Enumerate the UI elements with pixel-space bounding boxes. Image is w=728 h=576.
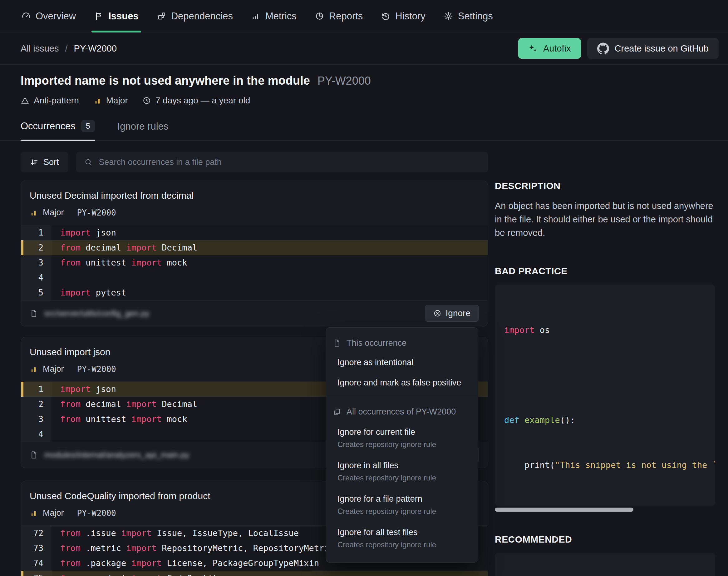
ignore-label: Ignore (446, 308, 471, 318)
nav-label: Reports (329, 10, 363, 22)
issue-code: PY-W2000 (317, 74, 371, 87)
search-icon (84, 158, 93, 167)
code-line (504, 368, 706, 383)
occurrence-footer: src/server/utils/config_gen.py Ignore (21, 300, 488, 326)
copy-pages-icon (333, 408, 341, 416)
menu-section-all-occurrences: All occurrences of PY-W2000 (326, 401, 478, 421)
code-line: print("This snippet is not using the ` (504, 458, 706, 472)
menu-divider (326, 397, 478, 397)
menu-item-subtitle: Creates repository ignore rule (337, 540, 470, 549)
header-actions: Autofix Create issue on GitHub (518, 38, 719, 59)
line-number: 3 (21, 255, 52, 270)
menu-item-ignore-intentional[interactable]: Ignore as intentional (326, 352, 478, 373)
nav-label: Settings (458, 10, 493, 22)
breadcrumb-current: PY-W2000 (74, 44, 117, 54)
gear-icon (444, 11, 453, 21)
menu-item-label: Ignore for all test files (337, 527, 470, 537)
tab-occurrences-label: Occurrences (21, 121, 75, 132)
bad-practice-code: import os def example(): print("This sni… (495, 285, 715, 506)
sort-button[interactable]: Sort (21, 152, 68, 172)
nav-item-settings[interactable]: Settings (444, 0, 493, 32)
breadcrumb-separator: / (65, 44, 68, 54)
sparkles-icon (528, 44, 538, 53)
breadcrumb-all-issues[interactable]: All issues (21, 44, 59, 54)
bad-practice-heading: BAD PRACTICE (495, 266, 715, 277)
tab-occurrences[interactable]: Occurrences 5 (21, 120, 95, 141)
clock-icon (142, 96, 151, 105)
occurrences-count-badge: 5 (81, 120, 95, 132)
occurrence-card: Unused Decimal imported from decimal Maj… (21, 180, 488, 326)
code-line: import os (504, 323, 706, 338)
code-line: 4 (21, 270, 488, 285)
menu-item-ignore-current-file[interactable]: Ignore for current file Creates reposito… (326, 421, 478, 455)
recommended-heading: RECOMMENDED (495, 534, 715, 545)
issue-title-row: Imported name is not used anywhere in th… (21, 74, 728, 87)
file-icon (333, 339, 341, 347)
code-line: 1import json (21, 225, 488, 240)
file-icon (30, 451, 38, 459)
issue-title: Imported name is not used anywhere in th… (21, 74, 310, 87)
severity-bars-icon (30, 509, 38, 517)
nav-item-reports[interactable]: Reports (315, 0, 363, 32)
menu-item-subtitle: Creates repository ignore rule (337, 440, 470, 449)
nav-label: Metrics (265, 10, 297, 22)
autofix-button[interactable]: Autofix (518, 38, 581, 59)
tab-ignore-rules-label: Ignore rules (117, 121, 169, 132)
nav-item-dependencies[interactable]: Dependencies (157, 0, 233, 32)
menu-item-ignore-file-pattern[interactable]: Ignore for a file pattern Creates reposi… (326, 488, 478, 521)
gauge-icon (21, 11, 31, 21)
horizontal-scrollbar[interactable] (495, 508, 633, 512)
nav-item-history[interactable]: History (381, 0, 425, 32)
history-clock-icon (381, 11, 391, 21)
ignore-button[interactable]: Ignore (425, 305, 479, 322)
circle-x-icon (433, 309, 442, 317)
occurrence-card-header: Unused Decimal imported from decimal Maj… (21, 181, 488, 225)
issue-detail-page: Overview Issues Dependencies Metrics Rep… (0, 0, 728, 576)
pie-chart-icon (315, 11, 324, 21)
menu-item-subtitle: Creates repository ignore rule (337, 507, 470, 516)
menu-item-ignore-all-files[interactable]: Ignore in all files Creates repository i… (326, 455, 478, 488)
create-issue-github-button[interactable]: Create issue on GitHub (587, 38, 719, 59)
search-input[interactable] (98, 157, 480, 167)
occurrence-meta: Major PY-W2000 (30, 208, 479, 218)
issue-severity: Major (93, 95, 128, 106)
line-number: 72 (21, 526, 52, 541)
sort-icon (30, 158, 38, 167)
line-number: 75 (21, 571, 52, 576)
occurrence-rule: PY-W2000 (77, 208, 116, 218)
line-number: 1 (21, 382, 52, 397)
code-line-highlighted: 75from .product import CodeQuality (21, 571, 488, 576)
nav-label: Dependencies (171, 10, 233, 22)
severity-bars-icon (30, 209, 38, 217)
menu-item-label: Ignore for a file pattern (337, 494, 470, 504)
issue-header: Imported name is not used anywhere in th… (0, 65, 728, 141)
nav-item-metrics[interactable]: Metrics (251, 0, 297, 32)
code-line: 5import pytest (21, 285, 488, 300)
modules-icon (157, 11, 166, 21)
severity-bars-icon (93, 96, 102, 105)
nav-item-overview[interactable]: Overview (21, 0, 76, 32)
line-code: from .product import CodeQuality (52, 571, 488, 576)
recommended-code: def example(): print("This looks good no… (495, 553, 715, 576)
tab-ignore-rules[interactable]: Ignore rules (117, 120, 169, 140)
occurrence-severity: Major (43, 208, 64, 218)
occurrence-rule: PY-W2000 (77, 509, 116, 518)
occurrences-toolbar: Sort (21, 152, 488, 172)
line-number: 2 (21, 240, 52, 255)
severity-bars-icon (30, 365, 38, 373)
top-nav: Overview Issues Dependencies Metrics Rep… (0, 0, 728, 32)
menu-item-subtitle: Creates repository ignore rule (337, 473, 470, 482)
occurrence-severity: Major (43, 508, 64, 518)
code-snippet: 1import json 2from decimal import Decima… (21, 225, 488, 300)
line-number: 2 (21, 397, 52, 412)
occurrence-title: Unused Decimal imported from decimal (30, 190, 479, 201)
code-line: 3from unittest import mock (21, 255, 488, 270)
menu-item-label: Ignore for current file (337, 427, 470, 437)
menu-item-ignore-test-files[interactable]: Ignore for all test files Creates reposi… (326, 521, 478, 555)
menu-item-ignore-false-positive[interactable]: Ignore and mark as false positive (326, 373, 478, 393)
line-code: from unittest import mock (52, 255, 488, 270)
breadcrumb-row: All issues / PY-W2000 Autofix Create iss… (0, 32, 728, 65)
line-number: 3 (21, 412, 52, 427)
sort-label: Sort (43, 157, 59, 167)
nav-item-issues[interactable]: Issues (94, 0, 139, 32)
